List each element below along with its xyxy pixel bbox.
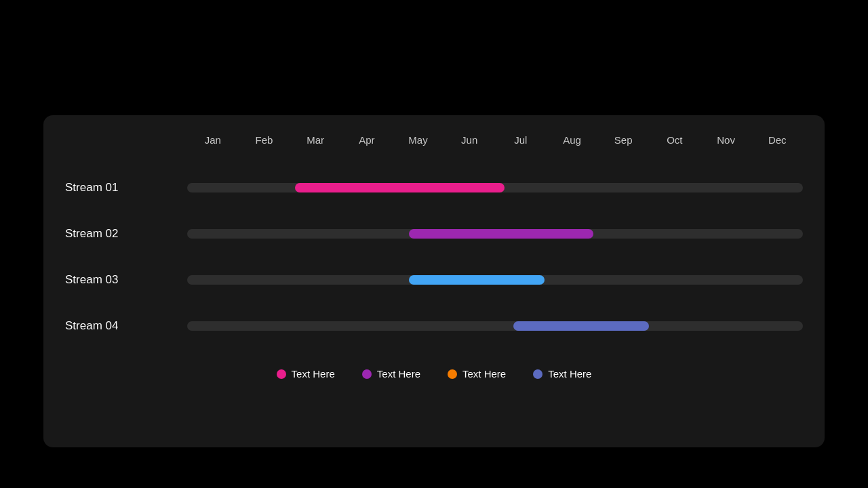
legend-label: Text Here xyxy=(462,368,506,380)
legend-label: Text Here xyxy=(377,368,420,380)
month-label: May xyxy=(393,134,444,146)
gantt-track xyxy=(187,321,803,331)
month-label: Aug xyxy=(547,134,598,146)
month-label: Dec xyxy=(751,134,803,146)
gantt-bar xyxy=(295,183,505,192)
stream-label: Stream 02 xyxy=(65,227,187,241)
legend-dot xyxy=(533,369,542,379)
stream-label: Stream 03 xyxy=(65,273,187,287)
month-label: Jul xyxy=(495,134,547,146)
legend-item: Text Here xyxy=(448,368,506,380)
months-row: JanFebMarAprMayJunJulAugSepOctNovDec xyxy=(187,134,803,146)
legend-item: Text Here xyxy=(362,368,420,380)
stream-label: Stream 01 xyxy=(65,181,187,195)
month-label: Nov xyxy=(701,134,752,146)
gantt-bar xyxy=(409,229,593,239)
gantt-track xyxy=(187,275,803,285)
month-label: Oct xyxy=(649,134,701,146)
gantt-track xyxy=(187,183,803,192)
month-label: Jun xyxy=(443,134,495,146)
legend-item: Text Here xyxy=(277,368,335,380)
month-label: Apr xyxy=(341,134,393,146)
month-label: Jan xyxy=(187,134,239,146)
stream-row: Stream 03 xyxy=(65,257,803,303)
gantt-bar xyxy=(409,275,545,285)
stream-row: Stream 04 xyxy=(65,303,803,349)
month-label: Sep xyxy=(597,134,649,146)
legend-label: Text Here xyxy=(548,368,591,380)
gantt-bar xyxy=(513,321,649,331)
legend-dot xyxy=(448,369,457,379)
stream-label: Stream 04 xyxy=(65,319,187,333)
chart-container: JanFebMarAprMayJunJulAugSepOctNovDec Str… xyxy=(43,115,825,447)
legend-dot xyxy=(277,369,286,379)
legend-item: Text Here xyxy=(533,368,591,380)
legend-label: Text Here xyxy=(292,368,335,380)
legend-dot xyxy=(362,369,372,379)
stream-row: Stream 01 xyxy=(65,165,803,211)
month-label: Mar xyxy=(290,134,341,146)
streams-area: Stream 01Stream 02Stream 03Stream 04 xyxy=(65,165,803,349)
month-label: Feb xyxy=(239,134,290,146)
stream-row: Stream 02 xyxy=(65,211,803,257)
gantt-track xyxy=(187,229,803,239)
legend: Text HereText HereText HereText Here xyxy=(65,368,803,380)
